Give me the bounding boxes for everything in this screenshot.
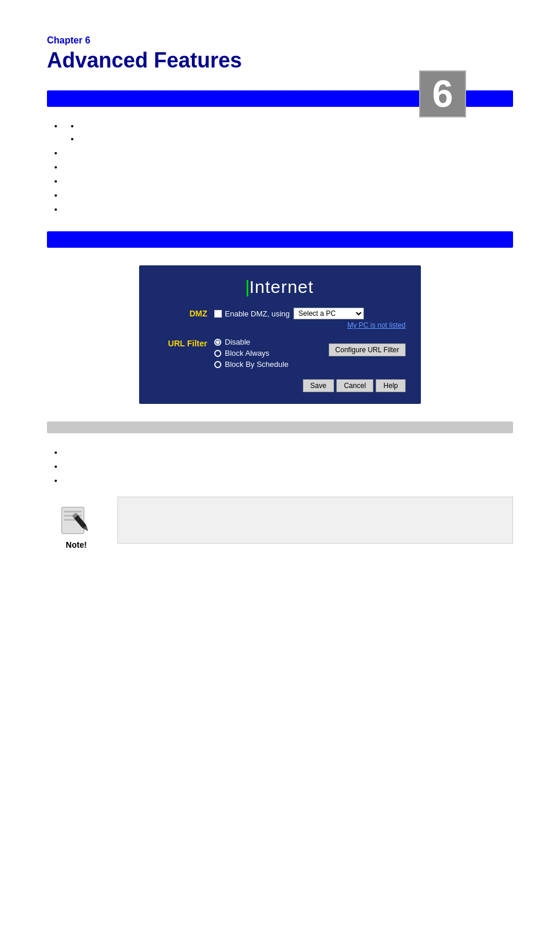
url-filter-right: Configure URL Filter xyxy=(329,338,406,356)
radio-block-always-label: Block Always xyxy=(225,349,269,358)
dmz-enable-row: Enable DMZ, using Select a PC xyxy=(214,308,406,319)
internet-panel-wrapper: Internet DMZ Enable DMZ, using Select a … xyxy=(47,265,513,404)
dmz-pc-select[interactable]: Select a PC xyxy=(294,308,364,319)
dmz-checkbox[interactable] xyxy=(214,310,222,318)
radio-block-always-dot[interactable] xyxy=(214,350,221,357)
chapter-badge: 6 xyxy=(419,70,466,117)
note-label: Note! xyxy=(66,540,87,549)
list-item xyxy=(63,176,513,186)
radio-disable-label: Disable xyxy=(225,338,250,346)
radio-block-always-row: Block Always xyxy=(214,349,288,358)
cursor-bar xyxy=(247,280,248,296)
panel-buttons: Save Cancel Help xyxy=(154,379,406,392)
chapter-title: Advanced Features xyxy=(47,48,513,73)
internet-panel-title: Internet xyxy=(154,277,406,297)
sub-bullet-list xyxy=(63,121,513,143)
dmz-enable-text: Enable DMZ, using xyxy=(225,309,290,318)
pen-svg xyxy=(56,503,97,538)
cancel-button[interactable]: Cancel xyxy=(336,379,373,392)
url-filter-options: Disable Block Always Block By Schedule xyxy=(214,338,288,371)
sub-list-item xyxy=(80,121,513,130)
help-button[interactable]: Help xyxy=(376,379,406,392)
chapter-label: Chapter 6 xyxy=(47,35,513,46)
radio-block-schedule-label: Block By Schedule xyxy=(225,360,288,369)
note-icon xyxy=(53,497,100,538)
radio-block-schedule-dot[interactable] xyxy=(214,361,221,368)
save-button[interactable]: Save xyxy=(303,379,334,392)
internet-panel: Internet DMZ Enable DMZ, using Select a … xyxy=(139,265,421,404)
dmz-not-listed-link[interactable]: My PC is not listed xyxy=(214,321,406,329)
svg-rect-1 xyxy=(64,511,82,513)
dmz-label: DMZ xyxy=(154,308,207,318)
url-filter-label: URL Filter xyxy=(154,338,207,348)
dmz-content: Enable DMZ, using Select a PC My PC is n… xyxy=(214,308,406,329)
list-item xyxy=(63,461,513,471)
url-filter-options-row: Disable Block Always Block By Schedule C… xyxy=(214,338,406,371)
url-filter-content: Disable Block Always Block By Schedule C… xyxy=(214,338,406,371)
sub-list-item xyxy=(80,134,513,143)
list-item xyxy=(63,121,513,143)
radio-disable-dot[interactable] xyxy=(214,339,221,346)
dmz-row: DMZ Enable DMZ, using Select a PC My PC … xyxy=(154,308,406,329)
main-bullet-list xyxy=(47,121,513,214)
list-item xyxy=(63,148,513,157)
radio-disable-row: Disable xyxy=(214,338,288,346)
section-divider-middle xyxy=(47,231,513,248)
url-filter-row: URL Filter Disable Block Always xyxy=(154,338,406,371)
list-item xyxy=(63,476,513,485)
section-divider-gray xyxy=(47,422,513,433)
configure-url-filter-button[interactable]: Configure URL Filter xyxy=(329,343,406,356)
secondary-bullet-list xyxy=(47,447,513,485)
list-item xyxy=(63,190,513,200)
list-item xyxy=(63,204,513,214)
list-item xyxy=(63,162,513,171)
radio-block-schedule-row: Block By Schedule xyxy=(214,360,288,369)
note-section: Note! xyxy=(47,497,513,549)
note-box xyxy=(117,497,513,544)
list-item xyxy=(63,447,513,457)
note-icon-wrapper: Note! xyxy=(47,497,106,549)
chapter-number: 6 xyxy=(432,72,453,116)
